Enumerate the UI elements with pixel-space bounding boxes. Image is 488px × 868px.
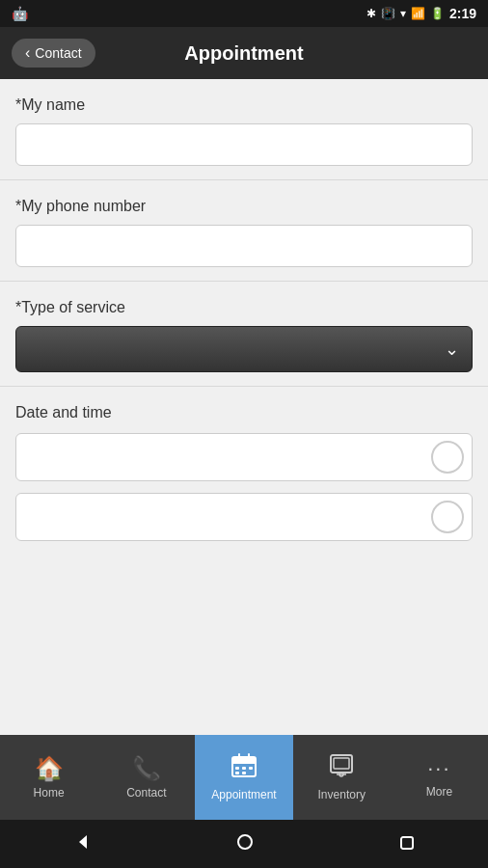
svg-rect-2 [232, 757, 256, 764]
home-system-button[interactable] [217, 826, 273, 863]
phone-label: *My phone number [15, 198, 473, 215]
name-label: *My name [15, 96, 473, 114]
date-input[interactable] [28, 449, 431, 466]
svg-rect-11 [334, 758, 349, 769]
back-button[interactable]: ‹ Contact [12, 39, 95, 68]
contact-phone-icon: 📞 [132, 755, 161, 782]
svg-rect-9 [242, 772, 246, 774]
nav-home-label: Home [34, 786, 65, 800]
header: ‹ Contact Appointment [0, 27, 488, 79]
signal-icon: 📶 [411, 7, 425, 20]
wifi-icon: ▾ [400, 7, 406, 20]
svg-rect-7 [249, 767, 253, 770]
svg-rect-16 [401, 837, 413, 849]
battery-icon: 🔋 [430, 7, 445, 20]
service-label: *Type of service [15, 299, 473, 316]
nav-home[interactable]: 🏠 Home [0, 735, 97, 820]
service-select[interactable]: Oil Change Tire Rotation Brake Service F… [15, 326, 473, 372]
nav-more[interactable]: ··· More [391, 735, 488, 820]
nav-more-label: More [426, 785, 452, 799]
svg-rect-6 [242, 767, 246, 770]
nav-inventory[interactable]: Inventory [293, 735, 391, 820]
datetime-section: Date and time [0, 387, 488, 566]
time-input[interactable] [28, 509, 431, 526]
bottom-nav: 🏠 Home 📞 Contact Appointment [0, 735, 488, 820]
bluetooth-icon: ✱ [366, 7, 376, 20]
date-circle-button[interactable] [431, 441, 464, 474]
status-icons: ✱ 📳 ▾ 📶 🔋 2:19 [366, 6, 476, 21]
time-input-row [15, 493, 473, 541]
back-label: Contact [35, 45, 81, 61]
svg-rect-5 [235, 767, 239, 770]
vibrate-icon: 📳 [381, 7, 395, 20]
form-content: *My name *My phone number *Type of servi… [0, 79, 488, 735]
service-dropdown-wrapper: Oil Change Tire Rotation Brake Service F… [15, 326, 473, 372]
more-dots-icon: ··· [427, 756, 450, 781]
date-input-row [15, 433, 473, 481]
name-section: *My name [0, 79, 488, 180]
name-input[interactable] [15, 123, 473, 166]
nav-contact-label: Contact [126, 786, 166, 800]
nav-appointment[interactable]: Appointment [195, 735, 292, 820]
back-system-button[interactable] [54, 826, 110, 863]
phone-input[interactable] [15, 225, 473, 267]
system-nav-bar [0, 820, 488, 868]
back-arrow-icon: ‹ [25, 44, 30, 62]
inventory-icon [329, 753, 354, 784]
status-time: 2:19 [449, 6, 476, 21]
svg-rect-8 [235, 772, 239, 774]
status-bar: 🤖 ✱ 📳 ▾ 📶 🔋 2:19 [0, 0, 488, 27]
page-title: Appointment [184, 42, 303, 65]
nav-appointment-label: Appointment [211, 788, 276, 801]
time-circle-button[interactable] [431, 501, 464, 533]
home-icon: 🏠 [35, 755, 64, 782]
recents-system-button[interactable] [380, 826, 434, 863]
svg-marker-14 [79, 835, 87, 849]
calendar-icon [231, 753, 257, 784]
nav-contact[interactable]: 📞 Contact [97, 735, 195, 820]
nav-inventory-label: Inventory [318, 788, 366, 801]
android-icon: 🤖 [12, 6, 28, 21]
service-section: *Type of service Oil Change Tire Rotatio… [0, 282, 488, 387]
datetime-label: Date and time [15, 404, 473, 421]
svg-point-15 [238, 835, 252, 849]
phone-section: *My phone number [0, 180, 488, 282]
